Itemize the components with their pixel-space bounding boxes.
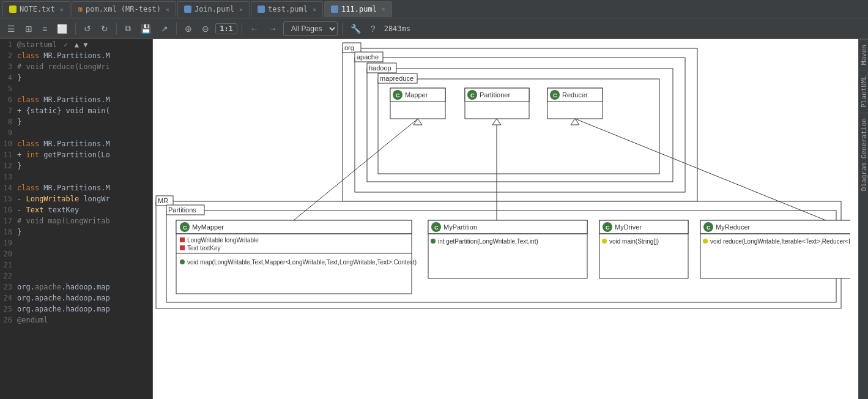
- tab-join[interactable]: Join.puml ✕: [177, 1, 250, 17]
- mydriver-label: MyDriver: [615, 223, 642, 231]
- mapper-label: Mapper: [405, 91, 428, 99]
- svg-text:C: C: [553, 92, 557, 99]
- sep3: [176, 23, 177, 35]
- startuml-annotation: @startuml: [17, 40, 57, 49]
- collapse-1[interactable]: ▲ ▼: [75, 40, 88, 49]
- help-btn[interactable]: ?: [367, 21, 379, 36]
- tab-test-label: test.puml: [268, 5, 308, 13]
- apache-label: apache: [357, 53, 379, 61]
- code-line-24: 24 org.apache.hadoop.map: [0, 293, 152, 304]
- mapreduce-label: mapreduce: [380, 75, 414, 82]
- code-line-23: 23 org.apache.hadoop.map: [0, 282, 152, 293]
- tab-bar: NOTE.txt ✕ m pom.xml (MR-test) ✕ Join.pu…: [0, 0, 868, 18]
- hadoop-label: hadoop: [369, 64, 391, 72]
- code-line-26: 26 @enduml: [0, 315, 152, 326]
- mr-label: MR: [158, 197, 168, 204]
- copy-btn[interactable]: ⧉: [121, 21, 135, 36]
- svg-text:void map(LongWritable,Text,Map: void map(LongWritable,Text,Mapper<LongWr…: [187, 259, 417, 266]
- sep2: [116, 23, 117, 35]
- code-line-19: 19: [0, 237, 152, 248]
- tab-test[interactable]: test.puml ✕: [251, 1, 323, 17]
- code-line-11: 11 + int getPartition(Lo: [0, 149, 152, 160]
- 111-icon: [331, 6, 338, 13]
- tab-note[interactable]: NOTE.txt ✕: [2, 1, 70, 17]
- tab-pom-label: pom.xml (MR-test): [86, 5, 161, 13]
- image-btn[interactable]: ⬜: [53, 21, 71, 36]
- code-line-9: 9: [0, 127, 152, 138]
- checkmark: ✓: [64, 40, 68, 49]
- code-line-21: 21: [0, 259, 152, 270]
- grid-btn[interactable]: ⊞: [21, 21, 36, 36]
- code-line-17: 17 # void map(LongWritab: [0, 215, 152, 226]
- code-line-20: 20: [0, 248, 152, 259]
- svg-text:int getPartition(LongWritable,: int getPartition(LongWritable,Text,int): [438, 238, 538, 245]
- code-line-22: 22: [0, 270, 152, 282]
- reducer-label: Reducer: [562, 91, 588, 99]
- next-btn[interactable]: →: [265, 21, 281, 36]
- main-content: 1 @startuml ✓ ▲ ▼ 2 class MR.Partitions.…: [0, 39, 868, 399]
- zoom-out-btn[interactable]: ⊖: [198, 21, 213, 36]
- code-line-3: 3 # void reduce(LongWri: [0, 61, 152, 72]
- code-line-4: 4 }: [0, 72, 152, 83]
- tab-111[interactable]: 111.puml ✕: [324, 1, 392, 17]
- mypartition-label: MyPartition: [443, 223, 477, 231]
- tab-111-close[interactable]: ✕: [382, 6, 385, 12]
- code-line-25: 25 org.apache.hadoop.map: [0, 304, 152, 315]
- svg-point-59: [703, 239, 708, 244]
- sep4: [242, 23, 242, 35]
- svg-text:C: C: [434, 225, 439, 231]
- plantuml-panel-label[interactable]: PlantUML: [859, 70, 868, 113]
- diagram-panel[interactable]: org apache hadoop mapreduce C Mapper: [153, 39, 858, 399]
- partitioner-label: Partitioner: [480, 91, 510, 99]
- tab-join-close[interactable]: ✕: [239, 6, 243, 13]
- settings-btn[interactable]: 🔧: [347, 21, 365, 36]
- code-line-6: 6 class MR.Partitions.M: [0, 94, 152, 105]
- maven-panel-label[interactable]: Maven: [859, 39, 868, 70]
- menu-btn[interactable]: ☰: [4, 21, 19, 36]
- pom-icon: m: [78, 5, 83, 13]
- join-icon: [184, 6, 191, 13]
- reload-btn[interactable]: ↻: [97, 21, 112, 36]
- sep5: [342, 23, 343, 35]
- code-line-1: 1 @startuml ✓ ▲ ▼: [0, 39, 152, 50]
- svg-text:C: C: [470, 92, 475, 99]
- org-label: org: [344, 44, 354, 51]
- zoom-in-btn[interactable]: ⊕: [181, 21, 196, 36]
- tab-111-label: 111.puml: [341, 5, 377, 13]
- diagram-gen-panel-label[interactable]: Diagram Generation: [859, 113, 868, 196]
- save-btn[interactable]: 💾: [137, 21, 155, 36]
- code-line-5: 5: [0, 83, 152, 94]
- svg-text:void reduce(LongWritable,Itera: void reduce(LongWritable,Iterable<Text>,…: [710, 238, 850, 245]
- code-line-7: 7 + {static} void main(: [0, 105, 152, 116]
- tab-pom[interactable]: m pom.xml (MR-test) ✕: [72, 1, 176, 17]
- tab-test-close[interactable]: ✕: [313, 6, 316, 13]
- sep1: [75, 23, 76, 35]
- svg-text:C: C: [183, 225, 187, 231]
- tab-pom-close[interactable]: ✕: [166, 6, 169, 13]
- code-line-8: 8 }: [0, 116, 152, 127]
- svg-rect-31: [180, 245, 185, 250]
- list-btn[interactable]: ≡: [39, 21, 51, 36]
- mymapper-label: MyMapper: [192, 223, 224, 231]
- code-line-15: 15 - LongWritable longWr: [0, 193, 152, 204]
- pages-dropdown[interactable]: All Pages: [283, 21, 338, 36]
- zoom-label[interactable]: 1:1: [215, 23, 237, 34]
- svg-text:void main(String[]): void main(String[]): [609, 238, 659, 245]
- refresh-btn[interactable]: ↺: [80, 21, 95, 36]
- code-line-18: 18 }: [0, 226, 152, 237]
- svg-text:C: C: [606, 225, 610, 231]
- svg-point-52: [602, 239, 607, 244]
- note-icon: [9, 6, 17, 13]
- tab-join-label: Join.puml: [195, 5, 234, 13]
- code-line-14: 14 class MR.Partitions.M: [0, 182, 152, 193]
- prev-btn[interactable]: ←: [247, 21, 262, 36]
- code-editor: 1 @startuml ✓ ▲ ▼ 2 class MR.Partitions.…: [0, 39, 152, 326]
- export-btn[interactable]: ↗: [157, 21, 172, 36]
- diagram-container: org apache hadoop mapreduce C Mapper: [153, 39, 858, 399]
- svg-rect-48: [599, 220, 688, 234]
- toolbar: ☰ ⊞ ≡ ⬜ ↺ ↻ ⧉ 💾 ↗ ⊕ ⊖ 1:1 ← → All Pages …: [0, 18, 868, 39]
- tab-note-close[interactable]: ✕: [60, 6, 64, 13]
- partitions-label: Partitions: [168, 206, 196, 214]
- svg-point-34: [180, 259, 185, 264]
- code-line-13: 13: [0, 171, 152, 182]
